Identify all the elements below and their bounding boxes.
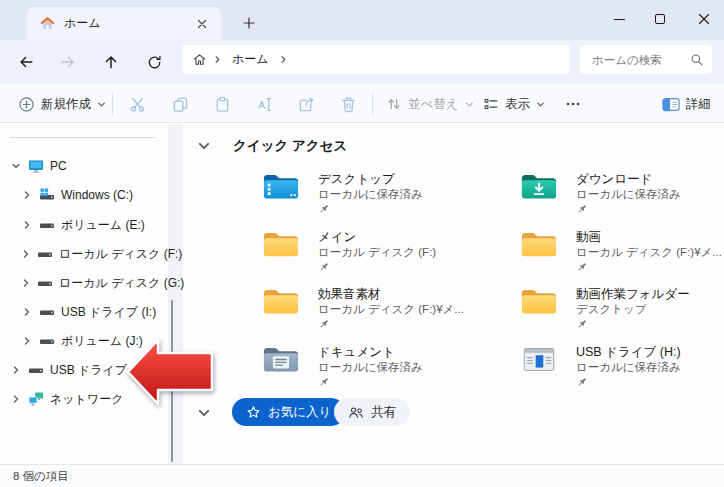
toolbar-divider [372, 92, 373, 116]
item-name: 動画 [576, 230, 722, 245]
toolbar-divider [112, 92, 113, 116]
paste-button[interactable] [207, 90, 237, 118]
new-button[interactable]: 新規作成 [12, 90, 112, 118]
sidebar-item-label: ネットワーク [50, 391, 123, 408]
quick-access-header[interactable]: クイック アクセス [233, 137, 347, 155]
quick-access-item-main[interactable]: メイン ローカル ディスク (F:) [262, 224, 520, 282]
item-count: 8 個の項目 [13, 469, 69, 484]
sidebar-item-volume-e[interactable]: ボリューム (E:) [0, 211, 166, 239]
search-input[interactable] [592, 54, 690, 66]
plus-icon [243, 17, 255, 29]
view-button[interactable]: 表示 [477, 90, 551, 118]
cut-button[interactable] [122, 90, 152, 118]
details-pane-icon [662, 97, 680, 112]
item-name: USB ドライブ (H:) [576, 345, 681, 360]
item-location: ローカル ディスク (F:)¥メ... [576, 245, 722, 259]
sidebar-item-pc[interactable]: PC [0, 152, 166, 180]
sidebar-divider [10, 137, 155, 138]
rename-button[interactable] [249, 90, 279, 118]
file-explorer-window: ホーム ホーム 新規作成 [0, 0, 724, 487]
share-button[interactable] [291, 90, 321, 118]
item-location: デスクトップ [576, 302, 690, 316]
chevron-right-icon[interactable] [10, 365, 22, 375]
sidebar-item-local-disk-f[interactable]: ローカル ディスク (F:) [0, 240, 166, 268]
chevron-right-icon[interactable] [10, 394, 22, 404]
refresh-button[interactable] [140, 48, 168, 76]
details-pane-button[interactable]: 詳細 [656, 90, 717, 118]
quick-access-grid: デスクトップ ローカルに保存済み ダウンロード ローカルに保存済み メイン ロー… [262, 166, 724, 396]
quick-access-item-video-work-folder[interactable]: 動画作業フォルダー デスクトップ [520, 281, 724, 339]
chevron-down-icon[interactable] [10, 161, 22, 171]
more-options-button[interactable] [558, 90, 588, 118]
chevron-right-icon[interactable] [21, 336, 33, 346]
item-location: ローカルに保存済み [576, 187, 681, 201]
folder-icon [520, 286, 558, 317]
quick-access-item-downloads[interactable]: ダウンロード ローカルに保存済み [520, 166, 724, 224]
chevron-right-icon[interactable] [21, 307, 33, 317]
sort-button[interactable]: 並べ替え [380, 90, 480, 118]
home-icon [192, 52, 207, 67]
item-location: ローカルに保存済み [318, 187, 423, 201]
chevron-right-icon[interactable] [21, 220, 33, 230]
search-icon [690, 53, 704, 67]
close-icon [698, 13, 710, 25]
window-close-button[interactable] [687, 4, 721, 34]
chevron-right-icon[interactable] [21, 249, 31, 259]
quick-access-item-sound-effects[interactable]: 効果音素材 ローカル ディスク (F:)¥メ... [262, 281, 520, 339]
quick-access-item-documents[interactable]: ドキュメント ローカルに保存済み [262, 339, 520, 397]
rename-icon [256, 96, 273, 113]
view-icon [483, 96, 499, 112]
chevron-down-icon [465, 100, 474, 109]
copy-button[interactable] [165, 90, 195, 118]
pin-icon [576, 376, 588, 388]
breadcrumb-home[interactable]: ホーム [228, 49, 273, 70]
up-button[interactable] [97, 48, 125, 76]
plus-circle-icon [18, 96, 35, 113]
pin-icon [318, 203, 330, 215]
tab-home[interactable]: ホーム [27, 7, 221, 40]
window-maximize-button[interactable] [643, 4, 677, 34]
chevron-right-icon[interactable] [21, 190, 33, 200]
delete-button[interactable] [333, 90, 363, 118]
sidebar-item-label: ローカル ディスク (F:) [59, 246, 182, 263]
quick-access-item-usb-drive-h[interactable]: USB ドライブ (H:) ローカルに保存済み [520, 339, 724, 397]
drive-icon [39, 304, 55, 320]
address-bar[interactable]: ホーム [182, 45, 570, 74]
windows-drive-icon [39, 187, 55, 203]
folder-icon [262, 286, 300, 317]
tab-close-button[interactable] [191, 13, 213, 35]
share-section-button[interactable]: 共有 [334, 398, 410, 426]
item-name: メイン [318, 230, 436, 245]
share-button-label: 共有 [371, 404, 396, 421]
sidebar-item-usb-drive-i-nested[interactable]: USB ドライブ (I:) [0, 298, 166, 326]
maximize-icon [655, 14, 665, 24]
details-pane-label: 詳細 [686, 96, 711, 113]
item-name: 動画作業フォルダー [576, 287, 690, 302]
pin-icon [318, 261, 330, 273]
sidebar-item-local-disk-g[interactable]: ローカル ディスク (G:) [0, 269, 166, 297]
quick-access-collapse-button[interactable] [197, 139, 211, 153]
chevron-right-icon[interactable] [21, 278, 31, 288]
close-icon [197, 19, 207, 29]
clipboard-icon [214, 96, 231, 113]
star-icon [246, 405, 261, 420]
sidebar-item-label: USB ドライブ (I:) [61, 304, 156, 321]
quick-access-item-videos[interactable]: 動画 ローカル ディスク (F:)¥メ... [520, 224, 724, 282]
scissors-icon [129, 96, 146, 113]
search-box[interactable] [580, 45, 712, 74]
share-icon [298, 96, 315, 113]
new-button-label: 新規作成 [41, 96, 91, 113]
new-tab-button[interactable] [236, 10, 262, 36]
favorites-button[interactable]: お気に入り [232, 398, 345, 426]
drive-icon [39, 333, 55, 349]
forward-button[interactable] [54, 48, 82, 76]
item-location: ローカル ディスク (F:) [318, 245, 436, 259]
status-bar: 8 個の項目 [0, 464, 724, 487]
sidebar-item-windows-c[interactable]: Windows (C:) [0, 181, 166, 209]
window-minimize-button[interactable] [602, 4, 636, 34]
home-icon [39, 15, 56, 32]
sidebar-item-label: PC [50, 159, 67, 173]
back-button[interactable] [12, 48, 40, 76]
people-icon [348, 405, 364, 420]
quick-access-item-desktop[interactable]: デスクトップ ローカルに保存済み [262, 166, 520, 224]
